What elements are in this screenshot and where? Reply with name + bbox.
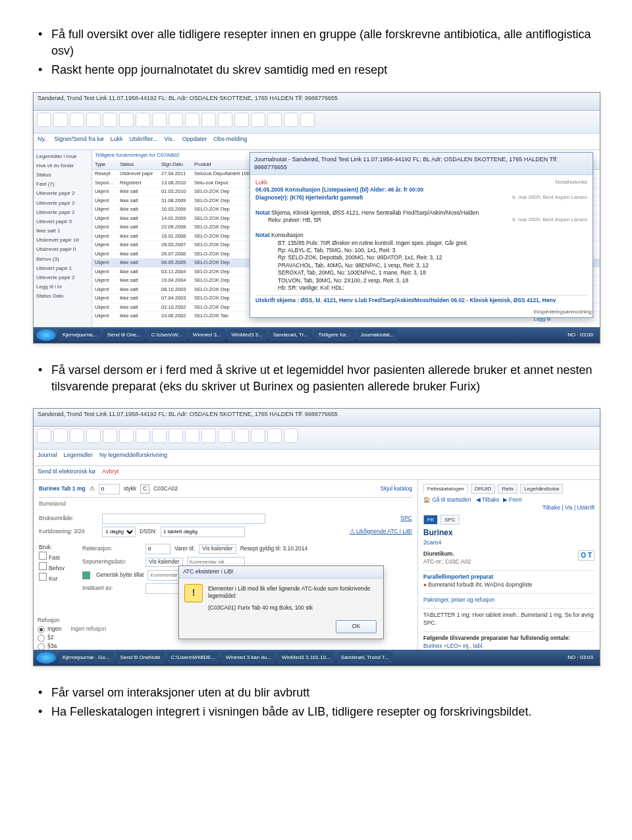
lik-atc-link[interactable]: ⚠ Lik/lignende ATC i LiB! [350, 528, 412, 536]
sidebar-row[interactable]: Utleverte papir 2 [36, 199, 89, 207]
toolbar-icon[interactable] [234, 429, 249, 443]
avbryt-button[interactable]: Avbryt [102, 467, 118, 478]
sidebar-row[interactable]: Utlevert papir 1 [36, 265, 89, 272]
quantity-input[interactable] [99, 484, 120, 494]
forward-link[interactable]: ▶ Frem [503, 496, 522, 503]
toolbar-icon[interactable] [234, 113, 249, 127]
toolbar-icon[interactable] [201, 429, 216, 443]
fk-tab[interactable]: FK [423, 515, 438, 525]
toolbar-icon[interactable] [86, 429, 101, 443]
taskbar-item[interactable]: Winmed 3 kan du... [222, 652, 275, 664]
vis-kalender-button[interactable]: Vis kalender [145, 558, 183, 567]
toolbar-icon[interactable] [267, 113, 282, 127]
toolbar-icon[interactable] [103, 429, 117, 443]
sidebar-row[interactable]: Utleverte papir 2 [36, 190, 89, 197]
sidebar-row[interactable]: Utleverte papir 2 [36, 209, 89, 216]
generisk-checkbox[interactable] [82, 571, 90, 579]
spc-link[interactable]: SPC [401, 515, 412, 523]
tab-felleskatalogen[interactable]: Felleskatalogen [423, 484, 468, 494]
start-button[interactable] [36, 652, 56, 664]
toolbar-icon[interactable] [284, 113, 298, 127]
toolbar-icon[interactable] [37, 113, 51, 127]
back-link[interactable]: ◀ Tilbake [476, 496, 500, 503]
toolbar-icon[interactable] [119, 113, 134, 127]
bruksomrade-input[interactable] [102, 513, 265, 524]
subbar-item[interactable]: Ny.. [38, 135, 47, 148]
sidebar-row[interactable]: Fast (7) [36, 180, 89, 188]
taskbar-item[interactable]: WinMed3 3.101.10... [278, 652, 334, 664]
note-history-link[interactable]: Notathistorikk [556, 179, 587, 186]
toolbar-icon[interactable] [103, 113, 117, 127]
toolbar-icon[interactable] [185, 429, 199, 443]
subbar-item[interactable]: Lukk [110, 135, 122, 148]
toolbar-icon[interactable] [284, 429, 298, 443]
toolbar-icon[interactable] [86, 113, 101, 127]
taskbar-item[interactable]: Journalnotat... [357, 329, 398, 341]
toolbar-icon[interactable] [136, 113, 150, 127]
taskbar-item[interactable]: Send til One... [103, 329, 145, 341]
toolbar-icon[interactable] [218, 429, 232, 443]
toolbar-icon[interactable] [37, 429, 51, 443]
taskbar-item[interactable]: C:\Users\WMIDE... [167, 652, 220, 664]
vis-kalender-button[interactable]: Vis kalender [199, 544, 236, 554]
toolbar-icon[interactable] [53, 429, 68, 443]
kur-checkbox[interactable] [39, 573, 47, 581]
toolbar-icon[interactable] [152, 113, 167, 127]
tab-legemidler[interactable]: Legemidler [64, 451, 93, 464]
subbar-item[interactable]: Obs-melding [213, 135, 247, 148]
toolbar-icon[interactable] [218, 113, 232, 127]
sidebar-row[interactable]: Legg til i br [36, 283, 89, 290]
toolbar-icon[interactable] [53, 113, 68, 127]
dssn-input[interactable] [161, 527, 245, 537]
sidebar-row[interactable]: Utskrevet papir 0 [36, 246, 89, 253]
sidebar-row[interactable]: Utskrevet papir 16 [36, 236, 89, 244]
close-button[interactable]: Lukk [255, 179, 267, 186]
behov-checkbox[interactable] [39, 562, 47, 570]
refusjon-radio[interactable] [38, 635, 45, 642]
subbar-item[interactable]: Utskrifter... [129, 135, 157, 148]
taskbar-item[interactable]: Sanderød, Trond T... [337, 652, 393, 664]
toolbar-icon[interactable] [201, 113, 216, 127]
toolbar-icon[interactable] [251, 113, 265, 127]
toolbar-icon[interactable] [300, 113, 315, 127]
sidebar-row[interactable]: Hva vil du forskr [36, 162, 89, 169]
tab-journal[interactable]: Journal [38, 451, 57, 464]
taskbar-item[interactable]: Kjernejourna... [59, 329, 101, 341]
sidebar-row[interactable]: Legemidler i bruk [36, 153, 89, 160]
toolbar-icon[interactable] [169, 113, 183, 127]
tools-links[interactable]: Tilbake | Vis | Utskrift [423, 504, 594, 512]
send-checkbox-label[interactable]: Send til elektronisk kø [38, 467, 95, 478]
toolbar-icon[interactable] [136, 429, 150, 443]
tab-relis[interactable]: Relis [498, 484, 517, 494]
pakninger-link[interactable]: Pakninger, priser og refusjon [423, 596, 494, 603]
tab-ny-forskrivning[interactable]: Ny legemiddelforskrivning [99, 451, 167, 464]
taskbar-item[interactable]: Sanderød, Tr... [269, 329, 312, 341]
taskbar-item[interactable]: WinMed3 3... [228, 329, 267, 341]
taskbar-item[interactable]: Send til OneNote [117, 652, 165, 664]
toolbar-icon[interactable] [169, 429, 183, 443]
refusjon-radio[interactable] [38, 626, 45, 633]
reiterasjon-input[interactable] [145, 544, 171, 554]
toolbar-icon[interactable] [70, 113, 84, 127]
taskbar-item[interactable]: C:\Users\W... [147, 329, 186, 341]
tab-druid[interactable]: DRUID [471, 484, 495, 494]
sidebar-row[interactable]: Ikke satt 1 [36, 227, 89, 234]
sidebar-row[interactable]: Utlevert papir 5 [36, 218, 89, 225]
folgende-link[interactable]: Burinex «LEO» inj., tabl. [423, 643, 484, 649]
home-link[interactable]: 🏠 Gå til startsiden [423, 496, 471, 503]
subbar-item[interactable]: Signer/Send fra kø [54, 135, 103, 148]
ok-button[interactable]: OK [336, 620, 377, 633]
sidebar-row[interactable]: Utleverte papir 2 [36, 274, 89, 281]
legg-til-link[interactable]: Legg til [534, 316, 551, 322]
toolbar-icon[interactable] [70, 429, 84, 443]
taskbar-item[interactable]: Kjernejournal - Go... [59, 652, 114, 664]
toolbar-icon[interactable] [152, 429, 167, 443]
start-button[interactable] [36, 329, 56, 341]
toolbar-icon[interactable] [267, 429, 282, 443]
toolbar-icon[interactable] [185, 113, 199, 127]
subbar-item[interactable]: Oppdater [182, 135, 207, 148]
dose-select[interactable]: 1 daglig [102, 527, 136, 537]
taskbar-item[interactable]: Tidligere for... [315, 329, 354, 341]
tab-legehandboka[interactable]: Legehåndboka [520, 484, 563, 494]
sidebar-row[interactable]: Behov (3) [36, 255, 89, 263]
